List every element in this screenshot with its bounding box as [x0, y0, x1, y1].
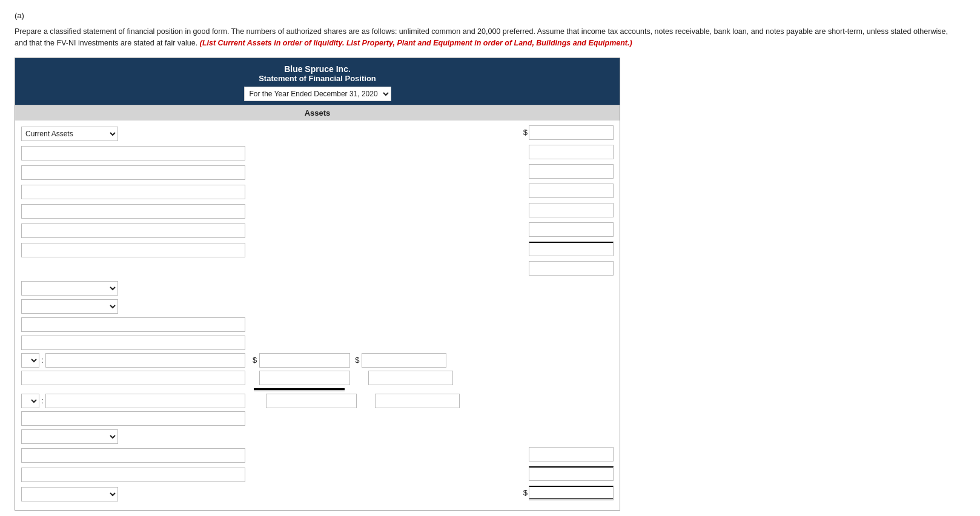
right-input-total[interactable] [529, 486, 614, 500]
current-assets-row: Current Assets $ [21, 125, 614, 142]
colon-2: : [41, 396, 44, 405]
section-select-2[interactable] [21, 299, 118, 314]
right-input-4[interactable] [529, 184, 614, 198]
part-label: (a) [15, 11, 965, 20]
top-input-1[interactable] [529, 125, 614, 140]
label-input-2[interactable] [21, 165, 245, 180]
current-assets-select[interactable]: Current Assets [21, 127, 118, 141]
mid-row-2: : [21, 394, 614, 408]
label-row-8 [21, 317, 614, 332]
mid-label-1[interactable] [45, 353, 245, 368]
right-input-8[interactable] [529, 261, 614, 276]
right-input-9[interactable] [529, 447, 614, 461]
label-row-6 [21, 242, 614, 259]
label-row-3 [21, 184, 614, 200]
statement-title: Statement of Financial Position [20, 74, 615, 83]
right-input-10[interactable] [529, 466, 614, 481]
mid-input-3a[interactable] [266, 394, 357, 408]
bottom-select-1[interactable] [21, 429, 118, 444]
select-row-2 [21, 299, 614, 314]
right-stack-1 [529, 145, 614, 162]
label-input-12[interactable] [21, 448, 245, 463]
mid-input-1b[interactable] [362, 353, 446, 368]
label-input-6[interactable] [21, 243, 245, 257]
right-input-7[interactable] [529, 242, 614, 256]
mid-divider-row [21, 388, 614, 391]
label-input-13[interactable] [21, 468, 245, 482]
label-row-4 [21, 203, 614, 220]
bottom-select-2[interactable] [21, 487, 118, 501]
dollar-sign-mid-1b: $ [355, 356, 359, 365]
top-right-row-1: $ [521, 125, 614, 140]
label-input-5[interactable] [21, 223, 245, 238]
mid-input-3b[interactable] [375, 394, 460, 408]
label-input-9[interactable] [21, 336, 245, 350]
assets-section-header: Assets [15, 105, 620, 121]
right-input-5[interactable] [529, 203, 614, 217]
label-input-4[interactable] [21, 204, 245, 219]
date-row: For the Year Ended December 31, 2020For … [20, 87, 615, 101]
section-select-1[interactable] [21, 281, 118, 296]
date-select[interactable]: For the Year Ended December 31, 2020For … [244, 87, 391, 101]
colon-1: : [41, 356, 44, 365]
statement-header: Blue Spruce Inc. Statement of Financial … [15, 58, 620, 105]
label-input-1[interactable] [21, 146, 245, 160]
right-input-2[interactable] [529, 145, 614, 159]
mid-select-1[interactable] [21, 353, 39, 368]
label-input-10[interactable] [21, 371, 245, 385]
label-row-9 [21, 335, 614, 351]
bottom-select-row-1 [21, 429, 614, 445]
label-row-7 [21, 261, 614, 278]
label-row-2 [21, 164, 614, 181]
mid-input-1a[interactable] [259, 353, 350, 368]
company-name: Blue Spruce Inc. [20, 64, 615, 74]
label-row-11 [21, 411, 614, 426]
label-input-11[interactable] [21, 411, 245, 426]
instructions-text: Prepare a classified statement of financ… [15, 26, 959, 49]
select-row-1 [21, 280, 614, 296]
mid-input-2b[interactable] [368, 371, 453, 385]
dollar-sign-1: $ [523, 128, 528, 137]
mid-row-1: : $ $ [21, 353, 614, 368]
instructions-bold: (List Current Assets in order of liquidi… [200, 39, 632, 47]
label-row-10: $ [21, 370, 614, 386]
dollar-sign-mid-1: $ [253, 356, 257, 365]
right-input-6[interactable] [529, 222, 614, 237]
dollar-sign-bottom: $ [523, 488, 528, 497]
label-row-12 [21, 447, 614, 464]
mid-input-2a[interactable] [259, 371, 350, 385]
label-input-3[interactable] [21, 185, 245, 199]
statement-container: Blue Spruce Inc. Statement of Financial … [15, 58, 620, 511]
top-right-stack: $ [521, 125, 614, 142]
label-row-5 [21, 222, 614, 239]
right-input-3[interactable] [529, 164, 614, 179]
label-row-13 [21, 466, 614, 483]
label-input-8[interactable] [21, 317, 245, 332]
mid-select-2[interactable] [21, 394, 39, 408]
label-row-1 [21, 145, 614, 162]
bottom-select-row-2: $ [21, 486, 614, 503]
mid-label-2[interactable] [45, 394, 245, 408]
form-area: Current Assets $ [15, 121, 620, 510]
